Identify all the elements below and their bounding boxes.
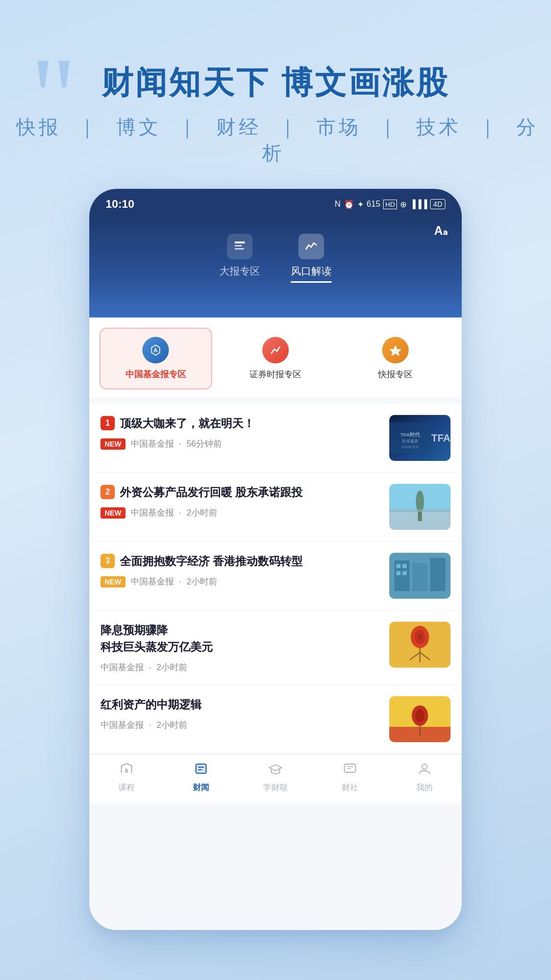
news-item-2[interactable]: 2 外资公募产品发行回暖 股东承诺跟投 NEW 中国基金报 · 2小时前 [89, 473, 462, 542]
news-dot-1: · [179, 439, 182, 449]
subtitle-jishu: 技术 [416, 116, 461, 138]
news-time-3: 2小时前 [186, 576, 217, 587]
news-title-3: 全面拥抱数字经济 香港推动数码转型 [120, 553, 381, 570]
battery-icon: 4D [430, 199, 445, 209]
news-dot-2: · [179, 508, 182, 518]
news-meta-3: NEW 中国基金报 · 2小时前 [101, 576, 381, 587]
news-title-row-3: 3 全面拥抱数字经济 香港推动数码转型 [101, 553, 381, 570]
category-tabs: A 中国基金报专区 证券时报专区 快报专区 [89, 317, 462, 398]
news-list: 1 顶级大咖来了，就在明天！ NEW 中国基金报 · 56分钟前 [89, 404, 462, 754]
nav-caisha[interactable]: 财社 [313, 762, 387, 793]
phone-content: A 中国基金报专区 证券时报专区 快报专区 [89, 317, 462, 930]
svg-rect-39 [198, 769, 202, 770]
svg-rect-13 [418, 512, 422, 521]
subtitle-bowen: 博文 [116, 116, 161, 138]
nav-caiwen[interactable]: 财闻 [164, 762, 238, 793]
cat-tab-kuaibao[interactable]: 快报专区 [339, 328, 452, 389]
cat-tab-jijin[interactable]: A 中国基金报专区 [99, 328, 212, 389]
news-main-3: 3 全面拥抱数字经济 香港推动数码转型 NEW 中国基金报 · 2小时前 [101, 553, 381, 587]
font-size-icon[interactable]: Aₐ [434, 224, 447, 238]
svg-rect-17 [412, 563, 428, 591]
jijin-icon: A [142, 337, 169, 363]
news-thumb-4 [389, 622, 450, 668]
new-badge-3: NEW [101, 576, 126, 587]
nav-caiwen-label: 财闻 [193, 782, 209, 793]
kuaibao-label: 快报专区 [378, 369, 413, 380]
news-rank-2: 2 [101, 485, 115, 499]
news-item-3[interactable]: 3 全面拥抱数字经济 香港推动数码转型 NEW 中国基金报 · 2小时前 [89, 542, 462, 610]
new-badge-1: NEW [101, 438, 126, 450]
caisha-icon [343, 762, 357, 779]
news-main-4: 降息预期骤降科技巨头蒸发万亿美元 中国基金报 · 2小时前 [101, 622, 381, 673]
bottom-nav: 课程 财闻 [89, 754, 462, 803]
news-meta-5: 中国基金报 · 2小时前 [101, 719, 381, 731]
svg-rect-38 [198, 767, 204, 768]
signal-icon: N [335, 200, 341, 209]
svg-text:TFA时代: TFA时代 [400, 432, 420, 437]
news-thumb-3 [389, 553, 450, 599]
news-time-5: 2小时前 [157, 719, 187, 731]
status-bar: 10:10 N ⏰ ✦ 615 HD ⊕ ▐▐▐ 4D [89, 189, 462, 215]
news-time-1: 56分钟前 [186, 438, 222, 450]
news-main-1: 1 顶级大咖来了，就在明天！ NEW 中国基金报 · 56分钟前 [101, 415, 381, 450]
fengkou-label: 风口解读 [291, 264, 332, 283]
news-source-1: 中国基金报 [131, 438, 174, 450]
nav-study[interactable]: 学财哒 [238, 762, 313, 793]
news-time-2: 2小时前 [186, 507, 217, 519]
header-nav-tabs: 大报专区 风口解读 [102, 224, 449, 283]
subtitle-sep1: ｜ [78, 116, 99, 138]
news-source-2: 中国基金报 [131, 507, 174, 519]
news-meta-1: NEW 中国基金报 · 56分钟前 [101, 438, 381, 450]
svg-rect-0 [235, 241, 245, 243]
caiwen-icon [194, 762, 208, 779]
news-item-1[interactable]: 1 顶级大咖来了，就在明天！ NEW 中国基金报 · 56分钟前 [89, 404, 462, 473]
daibao-label: 大报专区 [219, 264, 260, 278]
svg-point-33 [415, 709, 424, 722]
news-meta-4: 中国基金报 · 2小时前 [101, 662, 381, 673]
svg-rect-40 [344, 764, 356, 772]
news-title-1: 顶级大咖来了，就在明天！ [120, 415, 381, 432]
phone-header: Aₐ 大报专区 风口解读 [89, 215, 462, 317]
nav-course[interactable]: 课程 [89, 762, 164, 793]
phone-mockup: 10:10 N ⏰ ✦ 615 HD ⊕ ▐▐▐ 4D Aₐ [89, 189, 462, 930]
tab-daibao[interactable]: 大报专区 [219, 234, 260, 283]
svg-marker-4 [389, 345, 402, 356]
svg-rect-14 [389, 509, 450, 512]
news-item-4[interactable]: 降息预期骤降科技巨头蒸发万亿美元 中国基金报 · 2小时前 [89, 610, 462, 685]
cat-tab-zhengquan[interactable]: 证券时报专区 [219, 328, 332, 389]
subtitle-kuaibao: 快报 [16, 116, 61, 138]
news-main-2: 2 外资公募产品发行回暖 股东承诺跟投 NEW 中国基金报 · 2小时前 [101, 484, 381, 519]
subtitle-shichang: 市场 [316, 116, 361, 138]
news-source-4: 中国基金报 [101, 662, 144, 673]
nav-study-label: 学财哒 [263, 782, 288, 793]
news-title-row-2: 2 外资公募产品发行回暖 股东承诺跟投 [101, 484, 381, 501]
tab-fengkou[interactable]: 风口解读 [291, 234, 332, 283]
nav-mine[interactable]: 我的 [387, 762, 462, 793]
news-title-5: 红利资产的中期逻辑 [101, 696, 381, 713]
svg-rect-2 [235, 248, 244, 250]
kuaibao-icon [382, 337, 409, 363]
zhengquan-icon [262, 337, 289, 363]
news-source-3: 中国基金报 [131, 576, 174, 587]
nav-mine-label: 我的 [416, 782, 433, 793]
svg-rect-35 [125, 769, 128, 773]
news-item-5[interactable]: 红利资产的中期逻辑 中国基金报 · 2小时前 [89, 685, 462, 754]
news-dot-5: · [149, 720, 152, 730]
svg-rect-1 [235, 245, 242, 247]
news-source-5: 中国基金报 [101, 719, 144, 731]
svg-text:A: A [154, 347, 158, 353]
news-title-4: 降息预期骤降科技巨头蒸发万亿美元 [101, 622, 381, 655]
status-time: 10:10 [106, 198, 134, 211]
zhengquan-label: 证券时报专区 [249, 369, 302, 380]
svg-point-43 [422, 764, 427, 769]
daibao-icon [227, 234, 253, 259]
svg-rect-22 [403, 571, 407, 575]
hero-title: 财闻知天下 博文画涨股 [0, 61, 551, 104]
network-speed: 615 [367, 200, 381, 209]
signal-bars: ▐▐▐ [410, 200, 427, 209]
subtitle-caijing: 财经 [216, 116, 261, 138]
news-thumb-5 [389, 696, 450, 742]
news-time-4: 2小时前 [157, 662, 187, 673]
svg-rect-20 [403, 564, 407, 568]
news-rank-1: 1 [101, 416, 115, 430]
